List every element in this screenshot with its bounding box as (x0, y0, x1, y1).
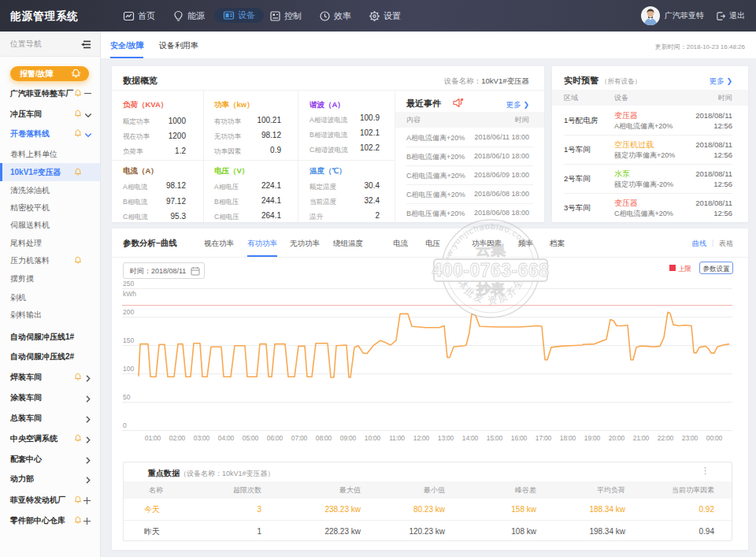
svg-text:250: 250 (123, 280, 134, 288)
svg-text:kWh: kWh (123, 290, 136, 298)
svg-text:50: 50 (123, 393, 131, 401)
svg-text:200: 200 (123, 308, 134, 316)
svg-text:云集: 云集 (476, 241, 506, 258)
svg-text:100: 100 (123, 365, 134, 373)
svg-text:抄表: 抄表 (476, 281, 505, 297)
svg-text:150: 150 (123, 336, 134, 344)
svg-text:400-0763-668: 400-0763-668 (432, 260, 549, 280)
svg-text:0: 0 (123, 421, 127, 429)
